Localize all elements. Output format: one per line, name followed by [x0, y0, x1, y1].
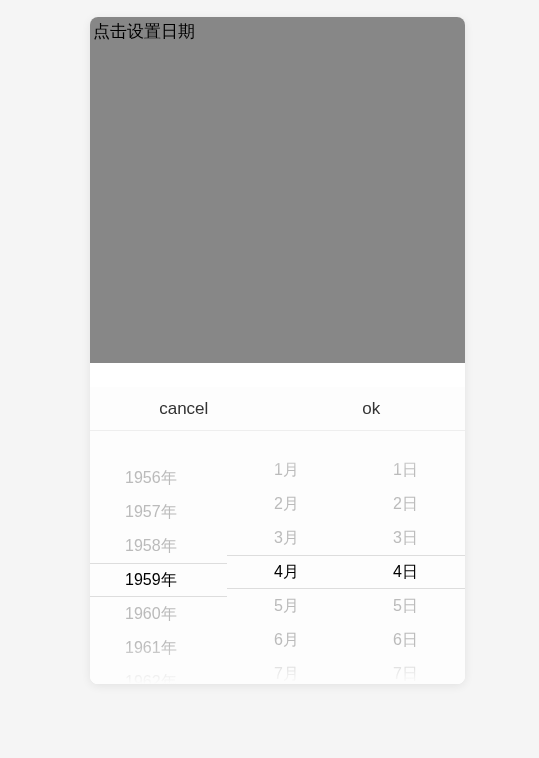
year-option[interactable]: 1961年	[90, 631, 227, 665]
year-option-selected[interactable]: 1959年	[90, 563, 227, 597]
month-option[interactable]: 5月	[227, 589, 346, 623]
year-option[interactable]: 1960年	[90, 597, 227, 631]
cancel-button[interactable]: cancel	[90, 387, 278, 430]
day-option[interactable]: 3日	[346, 521, 465, 555]
picker-toolbar: cancel ok	[90, 387, 465, 431]
month-option-selected[interactable]: 4月	[227, 555, 346, 589]
day-option[interactable]: 1日	[346, 453, 465, 487]
day-items: 1日 2日 3日 4日 5日 6日 7日	[346, 453, 465, 684]
day-option[interactable]: 7日	[346, 657, 465, 684]
ok-button[interactable]: ok	[278, 387, 466, 430]
day-column[interactable]: 1日 2日 3日 4日 5日 6日 7日	[346, 431, 465, 684]
month-items: 1月 2月 3月 4月 5月 6月 7月	[227, 453, 346, 684]
month-column[interactable]: 1月 2月 3月 4月 5月 6月 7月	[227, 431, 346, 684]
day-option[interactable]: 6日	[346, 623, 465, 657]
year-option[interactable]: 1962年	[90, 665, 227, 684]
year-option[interactable]: 1958年	[90, 529, 227, 563]
date-picker: cancel ok 1956年 1957年 1958年 1959年 1960年 …	[90, 387, 465, 684]
year-column[interactable]: 1956年 1957年 1958年 1959年 1960年 1961年 1962…	[90, 431, 227, 684]
month-option[interactable]: 2月	[227, 487, 346, 521]
month-option[interactable]: 7月	[227, 657, 346, 684]
month-option[interactable]: 1月	[227, 453, 346, 487]
month-option[interactable]: 6月	[227, 623, 346, 657]
picker-columns: 1956年 1957年 1958年 1959年 1960年 1961年 1962…	[90, 431, 465, 684]
device-frame: 点击设置日期 cancel ok 1956年 1957年 1958年 1959年…	[90, 17, 465, 684]
year-items: 1956年 1957年 1958年 1959年 1960年 1961年 1962…	[90, 461, 227, 684]
day-option[interactable]: 5日	[346, 589, 465, 623]
year-option[interactable]: 1956年	[90, 461, 227, 495]
year-option[interactable]: 1957年	[90, 495, 227, 529]
modal-backdrop[interactable]: 点击设置日期	[90, 17, 465, 363]
day-option[interactable]: 2日	[346, 487, 465, 521]
day-option-selected[interactable]: 4日	[346, 555, 465, 589]
page-title[interactable]: 点击设置日期	[93, 20, 195, 43]
month-option[interactable]: 3月	[227, 521, 346, 555]
